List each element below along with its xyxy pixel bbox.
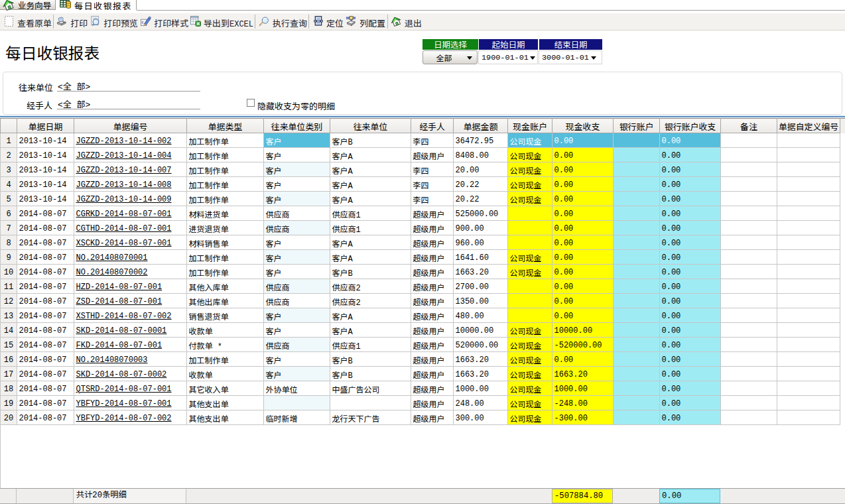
svg-text:E: E: [141, 21, 144, 25]
